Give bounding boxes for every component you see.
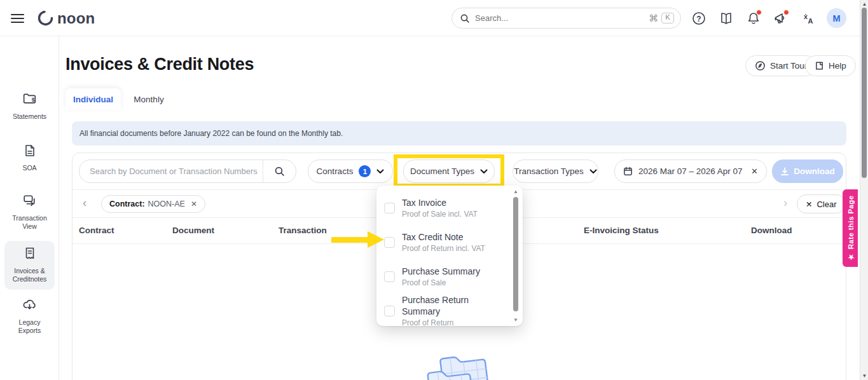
tab-individual[interactable]: Individual: [65, 88, 121, 110]
chip-key: Contract:: [109, 200, 145, 208]
noon-logo: noon: [36, 8, 95, 28]
dropdown-item-purchase-return-summary[interactable]: Purchase Return Summary Proof of Return: [376, 294, 523, 328]
contract-filter-chip[interactable]: Contract: NOON-AE ✕: [101, 195, 205, 213]
purchase-summary-checkbox[interactable]: [384, 271, 395, 282]
dropdown-item-subtitle: Proof of Sale: [402, 278, 480, 288]
column-header-einvoicing-status: E-Invoicing Status: [584, 226, 659, 235]
announcements-button[interactable]: [772, 10, 790, 27]
avatar[interactable]: M: [827, 8, 846, 28]
dropdown-item-purchase-summary[interactable]: Purchase Summary Proof of Sale: [376, 259, 523, 294]
contracts-filter-label: Contracts: [317, 166, 354, 176]
svg-text:?: ?: [696, 15, 701, 24]
chip-value: NOON-AE: [148, 200, 185, 208]
chips-scroll-left[interactable]: ‹: [83, 196, 86, 210]
global-search-input[interactable]: [475, 13, 649, 23]
scroll-down-icon[interactable]: ▼: [512, 317, 520, 323]
dropdown-scrollbar-thumb[interactable]: [513, 197, 518, 311]
date-range-filter[interactable]: 2026 Mar 07 – 2026 Apr 07 ✕: [614, 159, 767, 183]
topbar: noon ⌘ K ?: [0, 0, 868, 36]
svg-text:$: $: [32, 97, 35, 103]
help-button[interactable]: Help: [805, 55, 856, 76]
notification-dot: [756, 10, 762, 15]
document-search-submit[interactable]: [263, 160, 296, 182]
transaction-types-filter-label: Transaction Types: [514, 166, 584, 176]
tour-compass-icon: [755, 60, 766, 71]
notifications-button[interactable]: [745, 10, 762, 27]
document-search[interactable]: [79, 159, 296, 183]
date-clear-icon[interactable]: ✕: [751, 166, 758, 176]
soa-document-icon: [22, 143, 38, 158]
transaction-cards-icon: [22, 193, 38, 208]
noon-swoosh-icon: [36, 8, 55, 28]
column-header-document: Document: [172, 226, 214, 235]
dropdown-item-tax-credit-note[interactable]: Tax Credit Note Proof of Return incl. VA…: [376, 225, 523, 259]
page-scrollbar[interactable]: ▲ ▼: [860, 0, 868, 380]
download-button[interactable]: Download: [772, 159, 843, 183]
date-range-value: 2026 Mar 07 – 2026 Apr 07: [638, 166, 745, 176]
column-header-download: Download: [751, 226, 792, 235]
chevron-down-icon: [480, 169, 488, 174]
sidebar-item-invoices-creditnotes[interactable]: Invoices & Creditnotes: [0, 246, 59, 283]
sidebar-item-legacy-exports[interactable]: Legacy Exports: [0, 297, 59, 334]
contracts-filter-button[interactable]: Contracts 1: [308, 159, 393, 183]
tab-monthly[interactable]: Monthly: [121, 88, 177, 110]
download-label: Download: [794, 166, 835, 176]
transaction-types-filter-button[interactable]: Transaction Types: [513, 159, 598, 183]
chevron-down-icon: [376, 169, 384, 174]
dropdown-scrollbar[interactable]: ▲ ▼: [512, 187, 520, 324]
rate-this-page-label: Rate this Page: [846, 195, 854, 249]
page-scrollbar-thumb[interactable]: [862, 8, 867, 178]
sidebar-item-soa[interactable]: SOA: [0, 143, 59, 172]
sidebar: $ Statements SOA Transaction View: [0, 36, 59, 380]
calendar-icon: [623, 166, 633, 176]
help-circle-button[interactable]: ?: [690, 10, 708, 27]
docs-button[interactable]: [717, 10, 735, 27]
hamburger-menu-icon[interactable]: [11, 14, 24, 23]
dropdown-item-title: Tax Invoice: [402, 197, 478, 208]
announcement-dot: [783, 10, 789, 15]
sidebar-item-label: Transaction View: [7, 214, 53, 230]
question-circle-icon: ?: [691, 11, 706, 26]
start-tour-label: Start Tour: [770, 61, 807, 71]
help-note-icon: [815, 61, 824, 71]
help-label: Help: [829, 61, 846, 71]
sidebar-item-label: Invoices & Creditnotes: [7, 267, 53, 283]
dropdown-item-tax-invoice[interactable]: Tax Invoice Proof of Sale incl. VAT: [376, 191, 523, 225]
cmd-key-icon: ⌘: [649, 13, 658, 24]
scrollbar-down-icon[interactable]: ▼: [860, 373, 868, 379]
document-search-input[interactable]: [79, 166, 263, 176]
tax-credit-note-checkbox[interactable]: [384, 237, 395, 248]
clear-filters-button[interactable]: ✕ Clear: [797, 194, 846, 214]
scrollbar-up-icon[interactable]: ▲: [860, 1, 868, 7]
dropdown-item-subtitle: Proof of Sale incl. VAT: [402, 209, 478, 219]
sidebar-item-transaction-view[interactable]: Transaction View: [0, 193, 59, 230]
brand-name: noon: [57, 10, 95, 27]
translate-icon: ẋ A: [801, 11, 816, 26]
book-icon: [719, 11, 734, 26]
k-keycap: K: [661, 13, 674, 24]
dropdown-item-title: Purchase Summary: [402, 266, 480, 277]
dropdown-item-title: Tax Credit Note: [402, 231, 485, 243]
global-search[interactable]: ⌘ K: [451, 8, 681, 29]
document-types-filter-button[interactable]: Document Types: [403, 159, 495, 183]
language-button[interactable]: ẋ A: [799, 10, 817, 27]
download-icon: [780, 167, 789, 176]
search-icon: [460, 13, 470, 24]
sidebar-item-label: Legacy Exports: [7, 318, 53, 334]
search-icon: [274, 166, 285, 177]
dropdown-item-title: Purchase Return Summary: [402, 294, 506, 317]
sidebar-item-statements[interactable]: $ Statements: [0, 91, 59, 121]
info-banner: All financial documents before January 2…: [72, 121, 846, 146]
column-header-transaction: Transaction: [279, 226, 327, 235]
statements-folder-icon: $: [22, 91, 38, 107]
rate-this-page-tab[interactable]: ★ Rate this Page: [843, 189, 858, 267]
chips-scroll-right[interactable]: ›: [783, 196, 787, 210]
dropdown-item-subtitle: Proof of Return: [402, 318, 506, 328]
chip-remove-icon[interactable]: ✕: [191, 200, 197, 208]
tax-invoice-checkbox[interactable]: [384, 203, 395, 214]
contracts-count-badge: 1: [359, 165, 371, 177]
clear-label: Clear: [816, 200, 836, 209]
sidebar-item-label: SOA: [7, 164, 53, 172]
scroll-up-icon[interactable]: ▲: [512, 189, 520, 194]
purchase-return-summary-checkbox[interactable]: [384, 306, 395, 316]
